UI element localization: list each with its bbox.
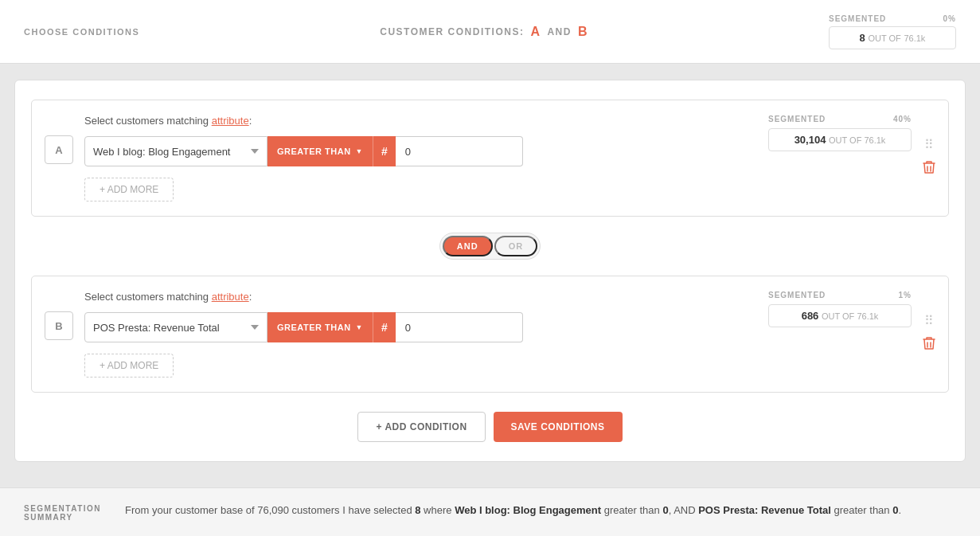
conditions-card: A Select customers matching attribute: W…: [14, 80, 966, 462]
condition-b-badge: B: [578, 25, 588, 39]
condition-a-badge: A: [530, 25, 541, 39]
condition-b-hash-symbol: #: [381, 321, 388, 334]
summary-label: SEGMENTATIONSUMMARY: [24, 503, 101, 522]
condition-b-header-text: Select customers matching: [84, 291, 212, 303]
condition-b-stats: SEGMENTED 1% 686 OUT OF 76.1k: [768, 291, 912, 327]
summary-attr2: POS Presta: Revenue Total: [698, 504, 831, 516]
summary-attr1: Web I blog: Blog Engagement: [455, 504, 601, 516]
condition-a-segmented-percent: 40%: [893, 115, 912, 123]
condition-b-segmented-percent: 1%: [899, 291, 912, 299]
condition-a-attribute-select[interactable]: Web I blog: Blog Engagement: [84, 136, 267, 166]
condition-b-count: 686: [802, 310, 819, 322]
condition-b-row: POS Presta: Revenue Total GREATER THAN ▼…: [84, 312, 757, 342]
condition-b-delete-btn[interactable]: [923, 336, 935, 354]
condition-a-colon: :: [249, 115, 252, 127]
top-bar: CHOOSE CONDITIONS CUSTOMER CONDITIONS: A…: [0, 0, 980, 64]
header-segmented-percent: 0%: [943, 14, 956, 23]
condition-a-row: Web I blog: Blog Engagement GREATER THAN…: [84, 136, 757, 166]
summary-val1: 0: [662, 504, 668, 516]
condition-block-a: A Select customers matching attribute: W…: [31, 100, 949, 217]
condition-b-operator-label: GREATER THAN: [277, 323, 351, 332]
condition-a-drag-handle[interactable]: ⠿: [924, 137, 934, 152]
summary-text1: From your customer base of 76,090 custom…: [125, 504, 415, 516]
condition-letter-b: B: [45, 311, 73, 340]
segmentation-summary: SEGMENTATIONSUMMARY From your customer b…: [0, 487, 980, 536]
header-out-of-label: OUT OF: [868, 33, 900, 43]
condition-a-stats-label-row: SEGMENTED 40%: [768, 115, 912, 123]
customer-conditions-text: CUSTOMER CONDITIONS:: [380, 26, 524, 37]
condition-letter-a: A: [45, 135, 73, 164]
header-segmented-count-box: 8 OUT OF 76.1k: [829, 26, 956, 49]
condition-a-stats: SEGMENTED 40% 30,104 OUT OF 76.1k: [768, 115, 912, 151]
condition-b-operator-chevron: ▼: [356, 323, 363, 331]
condition-b-value-input[interactable]: [396, 312, 523, 342]
condition-b-actions: ⠿: [923, 291, 935, 354]
save-conditions-btn[interactable]: SAVE CONDITIONS: [494, 412, 623, 442]
condition-b-segmented-label: SEGMENTED: [768, 291, 826, 299]
condition-a-delete-btn[interactable]: [923, 160, 935, 178]
header-segmented-label: SEGMENTED: [829, 14, 886, 23]
summary-text2: where: [420, 504, 455, 516]
condition-b-body: Select customers matching attribute: POS…: [84, 291, 757, 378]
condition-a-attribute-link[interactable]: attribute: [212, 115, 249, 127]
condition-a-operator-btn[interactable]: GREATER THAN ▼: [267, 136, 373, 166]
condition-a-segmented-label: SEGMENTED: [768, 115, 826, 123]
add-condition-btn[interactable]: + ADD CONDITION: [357, 412, 485, 442]
bottom-buttons: + ADD CONDITION SAVE CONDITIONS: [31, 412, 949, 442]
condition-a-out-of: OUT OF: [829, 135, 864, 145]
condition-b-stats-count-box: 686 OUT OF 76.1k: [768, 304, 912, 327]
condition-b-operator-btn[interactable]: GREATER THAN ▼: [267, 312, 373, 342]
and-connector: AND: [547, 26, 572, 37]
header-segmented-stats: SEGMENTED 0% 8 OUT OF 76.1k: [829, 14, 956, 49]
toggle-and-btn[interactable]: AND: [443, 236, 493, 256]
and-or-toggle: AND OR: [31, 233, 949, 260]
header-total: 76.1k: [904, 33, 925, 43]
summary-text6: .: [898, 504, 901, 516]
condition-b-colon: :: [249, 291, 252, 303]
condition-b-stats-label-row: SEGMENTED 1%: [768, 291, 912, 299]
condition-a-header: Select customers matching attribute:: [84, 115, 757, 127]
condition-b-hash-btn[interactable]: #: [373, 312, 396, 342]
condition-a-actions: ⠿: [923, 115, 935, 178]
header-stats-label-row: SEGMENTED 0%: [829, 14, 956, 23]
toggle-pill: AND OR: [439, 233, 541, 260]
condition-a-operator-label: GREATER THAN: [277, 147, 351, 156]
summary-text3: greater than: [601, 504, 662, 516]
condition-a-hash-btn[interactable]: #: [373, 136, 396, 166]
customer-conditions-label: CUSTOMER CONDITIONS: A AND B: [380, 25, 588, 39]
condition-b-attribute-select[interactable]: POS Presta: Revenue Total: [84, 312, 267, 342]
condition-a-value-input[interactable]: [396, 136, 523, 166]
condition-a-total: 76.1k: [864, 135, 885, 145]
condition-b-attribute-link[interactable]: attribute: [212, 291, 249, 303]
page-title: CHOOSE CONDITIONS: [24, 27, 139, 37]
summary-text5: greater than: [831, 504, 892, 516]
main-content: A Select customers matching attribute: W…: [0, 64, 980, 487]
condition-b-out-of: OUT OF: [822, 311, 857, 321]
condition-a-operator-chevron: ▼: [356, 147, 363, 155]
condition-b-total: 76.1k: [857, 311, 878, 321]
condition-a-add-more-btn[interactable]: + ADD MORE: [84, 178, 174, 201]
condition-a-body: Select customers matching attribute: Web…: [84, 115, 757, 201]
condition-block-b: B Select customers matching attribute: P…: [31, 276, 949, 393]
condition-a-count: 30,104: [795, 134, 826, 146]
condition-b-drag-handle[interactable]: ⠿: [924, 313, 934, 328]
condition-a-header-text: Select customers matching: [84, 115, 212, 127]
condition-a-hash-symbol: #: [381, 145, 388, 158]
toggle-or-btn[interactable]: OR: [494, 236, 538, 256]
header-segmented-count: 8: [860, 32, 865, 44]
summary-text: From your customer base of 76,090 custom…: [125, 503, 901, 519]
condition-a-stats-count-box: 30,104 OUT OF 76.1k: [768, 128, 912, 151]
summary-text4: , AND: [669, 504, 699, 516]
condition-b-add-more-btn[interactable]: + ADD MORE: [84, 354, 174, 378]
condition-b-header: Select customers matching attribute:: [84, 291, 757, 303]
